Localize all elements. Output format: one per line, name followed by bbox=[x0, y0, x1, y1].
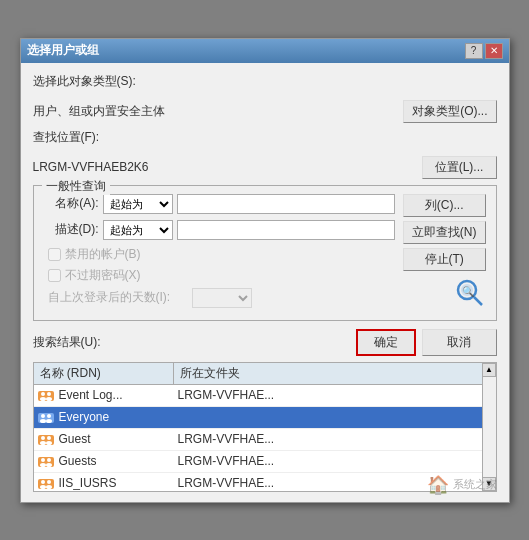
name-select[interactable]: 起始为 包含 bbox=[103, 194, 173, 214]
disabled-row: 禁用的帐户(B) bbox=[48, 246, 395, 263]
svg-point-7 bbox=[47, 392, 51, 396]
location-button[interactable]: 位置(L)... bbox=[422, 156, 497, 179]
svg-point-20 bbox=[41, 458, 45, 462]
col-folder-header: 所在文件夹 bbox=[174, 363, 496, 384]
cell-folder: LRGM-VVFHAE... bbox=[174, 452, 496, 470]
table-row[interactable]: GuestLRGM-VVFHAE... bbox=[34, 429, 496, 451]
ok-cancel-row: 确定 取消 bbox=[356, 329, 497, 356]
disabled-checkbox[interactable] bbox=[48, 248, 61, 261]
dialog-title: 选择用户或组 bbox=[27, 42, 99, 59]
action-row: 搜索结果(U): 确定 取消 bbox=[33, 329, 497, 356]
cell-folder bbox=[174, 415, 496, 419]
svg-point-11 bbox=[40, 419, 46, 423]
desc-select[interactable]: 起始为 包含 bbox=[103, 220, 173, 240]
days-row: 自上次登录后的天数(I): bbox=[48, 288, 395, 308]
ok-button[interactable]: 确定 bbox=[356, 329, 416, 356]
row-icon bbox=[38, 387, 54, 403]
svg-point-21 bbox=[40, 463, 46, 467]
general-query-group: 一般性查询 名称(A): 起始为 包含 描述(D): bbox=[33, 185, 497, 321]
dialog-body: 选择此对象类型(S): 用户、组或内置安全主体 对象类型(O)... 查找位置(… bbox=[21, 63, 509, 502]
svg-point-16 bbox=[40, 441, 46, 445]
table-row[interactable]: GuestsLRGM-VVFHAE... bbox=[34, 451, 496, 473]
days-label: 自上次登录后的天数(I): bbox=[48, 289, 188, 306]
no-expire-row: 不过期密码(X) bbox=[48, 267, 395, 284]
help-button[interactable]: ? bbox=[465, 43, 483, 59]
scrollbar[interactable]: ▲ ▼ bbox=[482, 363, 496, 491]
search-icon: 🔍 bbox=[454, 277, 486, 309]
col-button[interactable]: 列(C)... bbox=[403, 194, 486, 217]
no-expire-checkbox[interactable] bbox=[48, 269, 61, 282]
svg-point-10 bbox=[41, 414, 45, 418]
title-bar-controls: ? ✕ bbox=[465, 43, 503, 59]
find-now-button[interactable]: 立即查找(N) bbox=[403, 221, 486, 244]
disabled-label: 禁用的帐户(B) bbox=[65, 246, 141, 263]
name-input[interactable] bbox=[177, 194, 395, 214]
results-table: 名称 (RDN) 所在文件夹 Event Log...LRGM-VVFHAE..… bbox=[33, 362, 497, 492]
svg-point-17 bbox=[47, 436, 51, 440]
form-area: 名称(A): 起始为 包含 描述(D): 起始为 包含 bbox=[44, 194, 486, 312]
svg-text:🔍: 🔍 bbox=[462, 285, 475, 298]
svg-point-28 bbox=[46, 485, 52, 489]
cancel-button[interactable]: 取消 bbox=[422, 329, 497, 356]
object-type-label: 选择此对象类型(S): bbox=[33, 73, 136, 90]
svg-point-15 bbox=[41, 436, 45, 440]
col-name-header: 名称 (RDN) bbox=[34, 363, 174, 384]
svg-point-5 bbox=[41, 392, 45, 396]
location-value-row: LRGM-VVFHAEB2K6 位置(L)... bbox=[33, 156, 497, 179]
watermark-house-icon: 🏠 bbox=[427, 474, 449, 496]
desc-row: 描述(D): 起始为 包含 bbox=[44, 220, 395, 240]
search-icon-area: 🔍 bbox=[403, 277, 486, 309]
name-label: 名称(A): bbox=[44, 195, 99, 212]
cell-folder: LRGM-VVFHAE... bbox=[174, 430, 496, 448]
object-type-value-row: 用户、组或内置安全主体 对象类型(O)... bbox=[33, 100, 497, 123]
row-icon bbox=[38, 453, 54, 469]
scrollbar-up[interactable]: ▲ bbox=[482, 363, 496, 377]
location-value: LRGM-VVFHAEB2K6 bbox=[33, 160, 416, 174]
cell-name-text: Everyone bbox=[59, 410, 110, 424]
group-box-title: 一般性查询 bbox=[42, 178, 110, 195]
table-header: 名称 (RDN) 所在文件夹 bbox=[34, 363, 496, 385]
svg-point-25 bbox=[41, 480, 45, 484]
cell-name-text: Event Log... bbox=[59, 388, 123, 402]
form-fields: 名称(A): 起始为 包含 描述(D): 起始为 包含 bbox=[44, 194, 395, 312]
name-row: 名称(A): 起始为 包含 bbox=[44, 194, 395, 214]
svg-point-23 bbox=[46, 463, 52, 467]
stop-button[interactable]: 停止(T) bbox=[403, 248, 486, 271]
watermark-text: 系统之家 bbox=[453, 477, 497, 492]
title-bar: 选择用户或组 ? ✕ bbox=[21, 39, 509, 63]
cell-name-text: Guests bbox=[59, 454, 97, 468]
close-button[interactable]: ✕ bbox=[485, 43, 503, 59]
svg-point-27 bbox=[47, 480, 51, 484]
svg-point-13 bbox=[46, 419, 52, 423]
cell-name: Event Log... bbox=[34, 385, 174, 405]
cell-name: IIS_IUSRS bbox=[34, 473, 174, 491]
right-buttons: 列(C)... 立即查找(N) 停止(T) 🔍 bbox=[403, 194, 486, 312]
row-icon bbox=[38, 431, 54, 447]
cell-name: Guest bbox=[34, 429, 174, 449]
search-results-label: 搜索结果(U): bbox=[33, 334, 101, 351]
row-icon bbox=[38, 409, 54, 425]
table-row[interactable]: Everyone bbox=[34, 407, 496, 429]
days-select[interactable] bbox=[192, 288, 252, 308]
select-user-dialog: 选择用户或组 ? ✕ 选择此对象类型(S): 用户、组或内置安全主体 对象类型(… bbox=[20, 38, 510, 503]
object-type-button[interactable]: 对象类型(O)... bbox=[403, 100, 496, 123]
desc-input[interactable] bbox=[177, 220, 395, 240]
no-expire-label: 不过期密码(X) bbox=[65, 267, 141, 284]
cell-name: Everyone bbox=[34, 407, 174, 427]
svg-point-26 bbox=[40, 485, 46, 489]
watermark: 🏠 系统之家 bbox=[427, 474, 497, 496]
row-icon bbox=[38, 475, 54, 491]
svg-point-12 bbox=[47, 414, 51, 418]
desc-label: 描述(D): bbox=[44, 221, 99, 238]
cell-name-text: IIS_IUSRS bbox=[59, 476, 117, 490]
svg-point-22 bbox=[47, 458, 51, 462]
location-label-row: 查找位置(F): bbox=[33, 129, 497, 150]
table-row[interactable]: Event Log...LRGM-VVFHAE... bbox=[34, 385, 496, 407]
cell-name-text: Guest bbox=[59, 432, 91, 446]
svg-point-8 bbox=[46, 397, 52, 401]
svg-point-6 bbox=[40, 397, 46, 401]
object-type-value: 用户、组或内置安全主体 bbox=[33, 103, 398, 120]
object-type-row: 选择此对象类型(S): bbox=[33, 73, 497, 94]
cell-name: Guests bbox=[34, 451, 174, 471]
cell-folder: LRGM-VVFHAE... bbox=[174, 386, 496, 404]
